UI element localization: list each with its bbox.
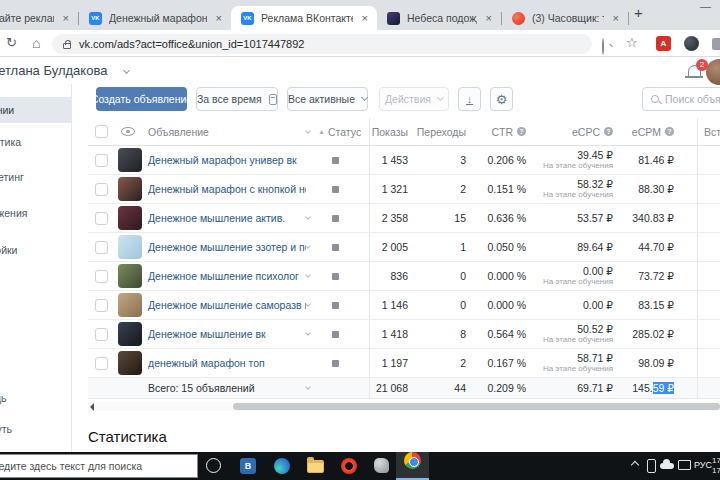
col-join[interactable]: Вступления xyxy=(704,126,720,138)
ad-thumbnail[interactable] xyxy=(118,148,142,172)
browser-tab[interactable]: VKСоздайте рекламу× xyxy=(0,6,78,30)
new-tab-button[interactable]: + xyxy=(634,4,643,21)
footer-expander-icon[interactable] xyxy=(305,384,311,390)
close-tab-icon[interactable]: × xyxy=(359,12,371,24)
col-ecpm[interactable]: eCPM xyxy=(632,126,661,138)
scroll-left-arrow-icon[interactable] xyxy=(90,403,94,411)
account-chevron-icon[interactable] xyxy=(123,67,130,74)
red-app-icon[interactable] xyxy=(341,458,357,474)
ad-thumbnail[interactable] xyxy=(118,235,142,259)
visibility-eye-icon[interactable] xyxy=(121,127,135,136)
browser-tab[interactable]: VKДенежный марафон× xyxy=(79,6,231,30)
sidebar-item-link[interactable]: Настройки xyxy=(0,237,71,263)
zoom-icon[interactable] xyxy=(602,39,604,54)
row-checkbox[interactable] xyxy=(95,154,108,167)
ad-name-link[interactable]: Денежное мышление актив. xyxy=(148,212,285,224)
col-ecpc[interactable]: eCPC xyxy=(572,126,600,138)
expander-chevron-icon[interactable] xyxy=(305,243,311,249)
window-minimize-button[interactable]: — xyxy=(700,0,711,12)
reload-icon[interactable]: ↻ xyxy=(6,35,17,50)
sidebar-item-link[interactable]: Ретаргетинг xyxy=(0,164,71,190)
horizontal-scrollbar[interactable] xyxy=(88,402,720,411)
url-text[interactable]: vk.com/ads?act=office&union_id=101744789… xyxy=(79,38,304,50)
ad-thumbnail[interactable] xyxy=(118,322,142,346)
pdf-extension-icon[interactable]: A xyxy=(656,36,671,51)
scrollbar-thumb[interactable] xyxy=(233,403,720,410)
ads-search-input[interactable]: Поиск объявлений xyxy=(642,87,720,111)
create-ad-button[interactable]: Создать объявление xyxy=(96,87,187,111)
ad-name-link[interactable]: Денежное мышление вк xyxy=(148,328,266,340)
sidebar-item-link[interactable]: Статистика xyxy=(0,129,71,155)
ad-thumbnail[interactable] xyxy=(118,206,142,230)
onedrive-cloud-icon[interactable] xyxy=(660,463,674,469)
cortana-icon[interactable] xyxy=(206,458,221,473)
vk-app-icon[interactable]: B xyxy=(240,458,256,474)
browser-tab[interactable]: Небеса подождут. Се× xyxy=(377,6,501,30)
expander-chevron-icon[interactable] xyxy=(305,301,311,307)
row-checkbox[interactable] xyxy=(95,270,108,283)
info-icon[interactable]: ? xyxy=(604,127,613,136)
ad-name-link[interactable]: Денежный марафон универ вк xyxy=(148,154,297,166)
sort-arrow-icon[interactable]: ▲ xyxy=(318,128,325,135)
expander-chevron-icon[interactable] xyxy=(305,272,311,278)
phone-tray-icon[interactable] xyxy=(647,459,656,473)
ad-name-link[interactable]: Денежное мышление саморазв пси... xyxy=(148,299,306,311)
info-icon[interactable]: ? xyxy=(517,127,526,136)
ad-thumbnail[interactable] xyxy=(118,177,142,201)
row-checkbox[interactable] xyxy=(95,212,108,225)
close-tab-icon[interactable]: × xyxy=(483,12,495,24)
row-checkbox[interactable] xyxy=(95,328,108,341)
sidebar-item-active[interactable]: Кампании xyxy=(0,97,71,123)
dark-extension-icon[interactable] xyxy=(684,36,699,51)
col-ctr[interactable]: CTR xyxy=(491,126,513,138)
close-tab-icon[interactable]: × xyxy=(610,12,622,24)
file-explorer-icon[interactable] xyxy=(307,460,324,473)
row-checkbox[interactable] xyxy=(95,299,108,312)
row-checkbox[interactable] xyxy=(95,241,108,254)
row-checkbox[interactable] xyxy=(95,357,108,370)
language-indicator[interactable]: РУС xyxy=(694,460,712,470)
sidebar-item-link[interactable]: Помощь xyxy=(0,385,71,411)
info-icon[interactable]: ? xyxy=(665,127,674,136)
sidebar-item-link[interactable]: Свернуть xyxy=(0,416,71,442)
actions-button[interactable]: Действия xyxy=(379,87,449,111)
period-filter-button[interactable]: За все время xyxy=(196,87,278,111)
col-ad[interactable]: Объявление xyxy=(148,126,209,138)
ad-thumbnail[interactable] xyxy=(118,351,142,375)
address-bar[interactable]: vk.com/ads?act=office&union_id=101744789… xyxy=(52,34,592,54)
ad-name-link[interactable]: Денежное мышление психолог xyxy=(148,270,299,282)
chrome-browser-icon[interactable] xyxy=(404,452,421,469)
export-button[interactable]: ↓ xyxy=(458,87,481,111)
taskbar-search-input[interactable]: Введите здесь текст для поиска xyxy=(0,454,198,478)
select-all-checkbox[interactable] xyxy=(95,125,108,138)
ad-name-link[interactable]: Денежное мышление эзотер и псих xyxy=(148,241,306,253)
taskbar-clock[interactable]: 17: 17/ xyxy=(712,456,720,476)
ad-name-link[interactable]: денежный марафон топ xyxy=(148,357,265,369)
browser-tab[interactable]: (3) Часовщик: три в р× xyxy=(502,6,628,30)
col-clicks[interactable]: Переходы xyxy=(417,126,466,138)
ad-thumbnail[interactable] xyxy=(118,264,142,288)
row-checkbox[interactable] xyxy=(95,183,108,196)
expander-chevron-icon[interactable] xyxy=(305,330,311,336)
account-name[interactable]: Светлана Булдакова xyxy=(0,63,107,78)
sidebar-item-link[interactable]: Приложения xyxy=(0,200,71,226)
close-tab-icon[interactable]: × xyxy=(213,12,225,24)
ad-name-link[interactable]: Денежный марафон с кнопкой неда... xyxy=(148,183,306,195)
display-tray-icon[interactable] xyxy=(678,460,691,470)
grey-app-icon[interactable] xyxy=(374,458,389,473)
avatar[interactable] xyxy=(706,59,720,85)
col-status[interactable]: Статус xyxy=(328,126,361,138)
browser-tab[interactable]: VKРеклама ВКонтакте× xyxy=(231,6,377,30)
tray-chevron-icon[interactable] xyxy=(631,461,639,469)
col-impressions[interactable]: Показы xyxy=(372,126,408,138)
extensions-icon[interactable] xyxy=(712,38,720,50)
expander-chevron-icon[interactable] xyxy=(305,214,311,220)
edge-browser-icon[interactable] xyxy=(274,458,290,474)
settings-button[interactable]: ⚙ xyxy=(490,87,513,111)
bookmark-star-icon[interactable]: ☆ xyxy=(626,35,638,50)
close-tab-icon[interactable]: × xyxy=(60,12,72,24)
home-icon[interactable]: ⌂ xyxy=(32,35,40,51)
ad-thumbnail[interactable] xyxy=(118,293,142,317)
header-expander-icon[interactable] xyxy=(305,128,311,134)
status-filter-button[interactable]: Все активные xyxy=(287,87,368,111)
